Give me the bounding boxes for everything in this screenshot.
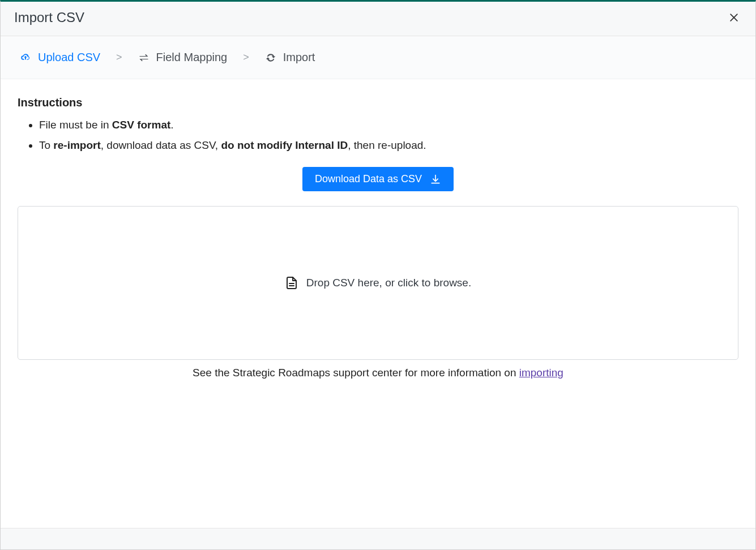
- step-label: Import: [283, 51, 315, 64]
- modal-body: Instructions File must be in CSV format.…: [1, 79, 755, 528]
- close-button[interactable]: [726, 10, 742, 25]
- file-icon: [285, 276, 298, 290]
- modal-header: Import CSV: [1, 2, 755, 36]
- arrows-exchange-icon: [138, 52, 150, 63]
- wizard-steps: Upload CSV > Field Mapping > Import: [1, 36, 755, 79]
- instructions-heading: Instructions: [18, 96, 738, 109]
- step-separator: >: [116, 51, 122, 63]
- close-icon: [728, 12, 740, 23]
- import-csv-modal: Import CSV Upload CSV >: [0, 0, 756, 550]
- importing-help-link[interactable]: importing: [519, 367, 563, 379]
- step-upload-csv[interactable]: Upload CSV: [20, 51, 100, 64]
- step-label: Upload CSV: [38, 51, 100, 64]
- modal-footer: [1, 528, 755, 549]
- step-label: Field Mapping: [156, 51, 228, 64]
- instruction-item-1: File must be in CSV format.: [39, 115, 738, 135]
- step-field-mapping[interactable]: Field Mapping: [138, 51, 228, 64]
- download-button-label: Download Data as CSV: [315, 173, 422, 185]
- cloud-upload-icon: [20, 52, 31, 63]
- step-separator: >: [243, 51, 249, 63]
- csv-dropzone[interactable]: Drop CSV here, or click to browse.: [18, 206, 738, 360]
- refresh-icon: [265, 52, 276, 63]
- download-icon: [430, 174, 441, 185]
- download-row: Download Data as CSV: [18, 167, 738, 191]
- instruction-item-2: To re-import, download data as CSV, do n…: [39, 135, 738, 156]
- dropzone-text: Drop CSV here, or click to browse.: [306, 277, 471, 289]
- modal-title: Import CSV: [14, 10, 84, 25]
- download-data-button[interactable]: Download Data as CSV: [302, 167, 454, 191]
- step-import[interactable]: Import: [265, 51, 315, 64]
- support-text: See the Strategic Roadmaps support cente…: [18, 367, 738, 379]
- instructions-list: File must be in CSV format. To re-import…: [18, 115, 738, 156]
